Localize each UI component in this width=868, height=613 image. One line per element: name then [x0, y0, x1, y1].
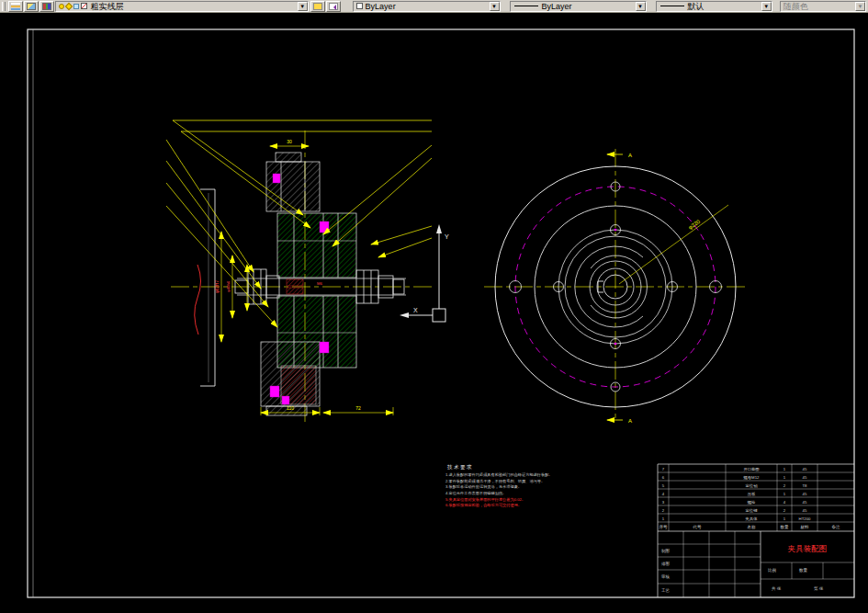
note-line: 3.装配后各运动件应运转灵活，无卡滞现象。: [445, 484, 522, 490]
note-line: 2.零件装配前必须清洗干净，不得有毛刺、切屑、油污等。: [445, 479, 545, 484]
layer-thaw-sun-icon: [64, 2, 72, 9]
lineweight-combo[interactable]: 默认 ▼: [656, 1, 772, 12]
layer-properties-button[interactable]: [8, 1, 23, 12]
layer-color-chip-icon: [81, 3, 87, 9]
plot-style-combo: 随颜色 ▼: [780, 1, 866, 12]
dim-left-label-1: φ62H7: [215, 280, 220, 293]
svg-text:45: 45: [803, 508, 807, 513]
layer-combo[interactable]: 粗实线层 ▼: [55, 1, 309, 12]
svg-text:压板: 压板: [748, 492, 756, 496]
svg-text:45: 45: [803, 467, 807, 471]
svg-text:5: 5: [662, 483, 665, 488]
svg-text:工艺: 工艺: [661, 587, 671, 593]
dim-bottom-label-1: 110: [287, 405, 294, 411]
svg-text:1: 1: [783, 467, 786, 471]
dim-bottom-label-2: 72: [355, 405, 361, 411]
sheet-frame: [28, 29, 854, 597]
linetype-combo[interactable]: ByLayer ▼: [510, 1, 647, 12]
machine-wall: [195, 189, 215, 386]
svg-text:螺母M12: 螺母M12: [744, 475, 761, 481]
title-block: 序号 代号 名称 数量 材料 备注 7开口垫圈145 6螺母M12145 5定位…: [658, 464, 854, 597]
model-space-canvas[interactable]: M6: [0, 13, 868, 613]
svg-text:2: 2: [662, 508, 665, 513]
svg-text:数量: 数量: [799, 568, 808, 573]
make-object-layer-current-button[interactable]: [310, 1, 325, 12]
lineweight-combo-dropdown-arrow[interactable]: ▼: [761, 2, 772, 11]
front-view: [484, 149, 747, 421]
svg-text:比例: 比例: [768, 568, 777, 573]
svg-text:1: 1: [783, 475, 786, 480]
svg-text:45: 45: [803, 500, 807, 505]
plot-style-combo-value: 随颜色: [783, 2, 808, 11]
ucs-icon: [400, 224, 445, 322]
linetype-combo-dropdown-arrow[interactable]: ▼: [636, 2, 646, 11]
svg-text:6: 6: [662, 475, 665, 480]
svg-text:备注: 备注: [832, 525, 841, 529]
svg-text:夹具体: 夹具体: [745, 517, 759, 521]
note-line: 6.装配后按规定检验，合格后方可交付使用。: [445, 503, 522, 508]
svg-text:4: 4: [662, 492, 665, 496]
svg-text:数量: 数量: [781, 525, 790, 529]
toolbar-grip[interactable]: [2, 2, 6, 11]
color-combo-dropdown-arrow[interactable]: ▼: [490, 2, 500, 11]
section-label-bottom: A: [628, 418, 632, 424]
svg-text:45: 45: [803, 475, 807, 480]
current-color-swatch: [356, 3, 363, 9]
svg-text:螺栓: 螺栓: [748, 500, 756, 505]
svg-text:4: 4: [783, 500, 786, 505]
layer-previous-button[interactable]: [326, 1, 341, 12]
svg-text:1: 1: [783, 517, 786, 521]
hole-center-dot: [614, 229, 617, 232]
color-control-button[interactable]: [39, 1, 54, 12]
svg-text:3: 3: [662, 500, 665, 505]
svg-text:45: 45: [803, 492, 807, 496]
svg-text:2: 2: [783, 508, 786, 513]
section-view: M6: [166, 120, 432, 425]
note-line: 4.定位元件工作表面不得磕碰划伤。: [445, 491, 506, 496]
make-current-icon: [313, 3, 322, 10]
layer-combo-value: 粗实线层: [91, 2, 124, 11]
svg-text:定位销: 定位销: [746, 483, 759, 488]
svg-text:7: 7: [662, 467, 665, 471]
hole-center-dot: [614, 343, 617, 346]
svg-text:序号: 序号: [659, 525, 669, 529]
drawing-title: 夹具装配图: [788, 544, 828, 553]
title-block-fields: 制图 描图 审核 工艺 比例 数量 共 张 第 张: [660, 549, 824, 593]
svg-text:材料: 材料: [800, 525, 810, 530]
layer-on-bulb-icon: [59, 4, 64, 9]
note-line: 5.夹具定位面对安装基面的平行度公差为0.02。: [445, 497, 525, 503]
layer-combo-dropdown-arrow[interactable]: ▼: [298, 2, 308, 11]
svg-text:第 张: 第 张: [814, 586, 824, 591]
section-cut-arrows: [607, 154, 623, 420]
svg-text:制图: 制图: [661, 549, 670, 553]
svg-text:描图: 描图: [660, 562, 670, 566]
svg-text:定位键: 定位键: [746, 508, 759, 513]
svg-text:T8: T8: [802, 483, 807, 488]
drawing-canvas-svg[interactable]: M6: [0, 13, 868, 613]
linetype-combo-value: ByLayer: [542, 2, 572, 11]
front-centerlines: [484, 149, 747, 421]
notes-block: 技 术 要 求 1.进入装配的零件均必须具有检验部门的合格证方能进行装配。 2.…: [445, 464, 553, 508]
svg-text:共 张: 共 张: [772, 586, 782, 591]
rgb-icon: [42, 3, 51, 10]
object-properties-toolbar: 粗实线层 ▼ ByLayer ▼ ByLayer ▼ 默认 ▼ 随颜色 ▼: [0, 0, 868, 13]
layers-button[interactable]: [24, 1, 39, 12]
layer-previous-icon: [329, 3, 338, 10]
bom-header: 序号 代号 名称 数量 材料 备注: [659, 525, 841, 530]
svg-text:1: 1: [783, 492, 786, 496]
diameter-dim-line: [619, 205, 728, 284]
lineweight-sample-line: [660, 6, 684, 6]
ucs-x-label: X: [413, 307, 418, 313]
lineweight-combo-value: 默认: [688, 2, 705, 11]
color-combo[interactable]: ByLayer ▼: [353, 1, 501, 12]
svg-text:1: 1: [662, 517, 665, 521]
center-dim-label: M6: [317, 281, 322, 286]
layers-icon: [27, 3, 36, 10]
layer-freeze-icon: [73, 4, 79, 9]
svg-text:审核: 审核: [661, 574, 671, 579]
bom-rows: 7开口垫圈145 6螺母M12145 5定位销2T8 4压板145 3螺栓445…: [662, 467, 811, 521]
plot-style-dropdown-arrow: ▼: [855, 2, 865, 11]
linetype-sample-line: [514, 6, 538, 6]
svg-text:代号: 代号: [693, 525, 703, 529]
section-label-top: A: [628, 153, 632, 158]
